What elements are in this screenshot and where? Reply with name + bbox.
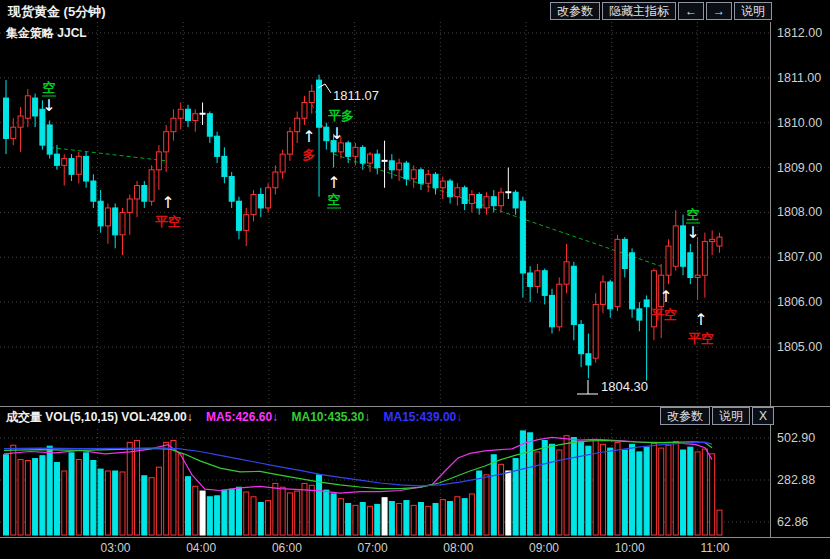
time-tick-label: 06:00 <box>272 541 302 555</box>
hide-main-indicator-button[interactable]: 隐藏主指标 <box>602 2 676 20</box>
price-tick-label: 1807.00 <box>777 250 822 264</box>
volume-chart-plot[interactable] <box>0 429 770 536</box>
volume-panel-buttons: 改参数 说明 X <box>660 407 774 425</box>
prev-arrow-button[interactable]: ← <box>678 2 704 20</box>
price-tick-label: 1806.00 <box>777 295 822 309</box>
volume-legend-ma5: MA5:426.60↓ <box>206 410 278 424</box>
price-tick-label: 1812.00 <box>777 26 822 40</box>
time-tick-label: 09:00 <box>529 541 559 555</box>
time-tick-label: 03:00 <box>101 541 131 555</box>
volume-tick-label: 282.88 <box>777 473 815 487</box>
trading-app-window: 空↓平空↑多↑平多↓空↑空↓平空↑平空↑1811.071804.301812.0… <box>0 0 830 559</box>
volume-legend-ma15: MA15:439.00↓ <box>384 410 463 424</box>
title-bar: 现货黄金 (5分钟) 改参数 隐藏主指标 ← → 说明 <box>0 0 830 22</box>
volume-help-button[interactable]: 说明 <box>712 407 750 425</box>
volume-close-button[interactable]: X <box>752 407 774 425</box>
price-tick-label: 1811.00 <box>777 71 821 85</box>
price-tick-label: 1809.00 <box>777 161 822 175</box>
volume-legend-vol: 成交量 VOL(5,10,15) VOL:429.00↓ <box>6 410 193 424</box>
time-tick-label: 08:00 <box>443 541 473 555</box>
time-tick-label: 10:00 <box>615 541 645 555</box>
help-button[interactable]: 说明 <box>734 2 772 20</box>
page-title: 现货黄金 (5分钟) <box>8 3 106 21</box>
volume-change-params-button[interactable]: 改参数 <box>660 407 710 425</box>
title-bar-buttons: 改参数 隐藏主指标 ← → 说明 <box>550 2 772 20</box>
next-arrow-button[interactable]: → <box>706 2 732 20</box>
change-params-button[interactable]: 改参数 <box>550 2 600 20</box>
price-tick-label: 1810.00 <box>777 116 822 130</box>
price-tick-label: 1805.00 <box>777 340 822 354</box>
price-tick-label: 1808.00 <box>777 205 822 219</box>
main-chart-plot[interactable] <box>0 22 770 406</box>
volume-legend-ma10: MA10:435.30↓ <box>291 410 370 424</box>
main-indicator-label: 集金策略 JJCL <box>6 25 87 42</box>
volume-header: 成交量 VOL(5,10,15) VOL:429.00↓ MA5:426.60↓… <box>6 409 472 427</box>
time-tick-label: 04:00 <box>186 541 216 555</box>
volume-tick-label: 502.90 <box>777 431 815 445</box>
volume-tick-label: 62.86 <box>777 515 808 529</box>
time-tick-label: 11:00 <box>700 541 729 555</box>
time-tick-label: 07:00 <box>358 541 388 555</box>
